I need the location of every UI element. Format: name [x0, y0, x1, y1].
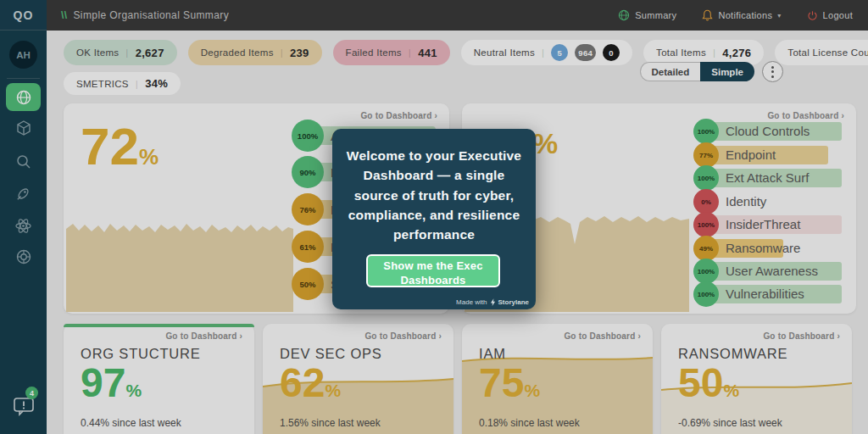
welcome-modal-message: Welcome to your Executive Dashboard — a … — [344, 146, 524, 244]
storylane-credit: Made with Storylane — [456, 298, 529, 306]
credit-text: Made with — [456, 298, 487, 306]
welcome-modal: Welcome to your Executive Dashboard — a … — [332, 129, 536, 309]
credit-brand: Storylane — [498, 298, 529, 306]
storylane-logo-icon — [490, 298, 496, 306]
show-exec-dashboards-button[interactable]: Show me the Exec Dashboards — [366, 254, 500, 287]
button-label-line1: Show me the Exec — [368, 259, 498, 274]
button-label-line2: Dashboards — [368, 274, 498, 288]
